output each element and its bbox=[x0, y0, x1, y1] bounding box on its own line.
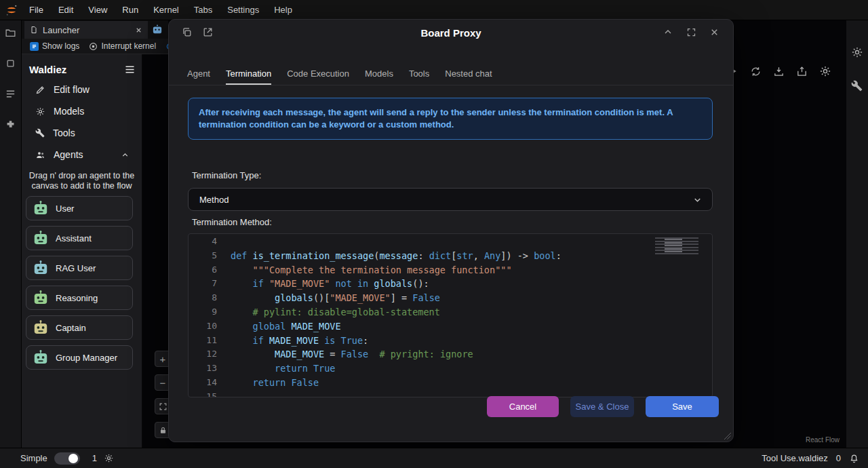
agent-label: User bbox=[56, 203, 74, 214]
agent-card-rag-user[interactable]: RAG User bbox=[26, 256, 133, 280]
menu-item-tabs[interactable]: Tabs bbox=[186, 0, 220, 20]
chevron-up-icon[interactable] bbox=[121, 151, 130, 159]
gear-icon[interactable] bbox=[104, 453, 114, 463]
status-bar-right: Tool Use.waldiez 0 bbox=[762, 453, 859, 463]
export-share-icon[interactable] bbox=[796, 65, 808, 77]
sidebar-item-label: Agents bbox=[54, 149, 83, 160]
line-number: 15 bbox=[189, 390, 217, 397]
running-kernels-icon[interactable] bbox=[5, 58, 16, 69]
fullscreen-icon[interactable] bbox=[686, 26, 696, 37]
show-logs-button[interactable]: Show logs bbox=[30, 41, 79, 51]
sync-icon[interactable] bbox=[750, 65, 762, 77]
sidebar-item-models[interactable]: Models bbox=[22, 100, 142, 122]
selected-value: Method bbox=[199, 195, 692, 205]
modal-title: Board Proxy bbox=[169, 27, 733, 39]
code-line-6: 6 """Complete the termination message fu… bbox=[189, 263, 712, 277]
resize-handle[interactable] bbox=[724, 432, 731, 440]
code-line-13: 13 return True bbox=[189, 362, 712, 376]
line-number: 10 bbox=[189, 319, 217, 334]
sidebar-item-agents[interactable]: Agents bbox=[22, 144, 142, 165]
agent-label: RAG User bbox=[56, 263, 96, 273]
code-text: if MADE_MOVE is True: bbox=[217, 334, 368, 348]
menu-item-edit[interactable]: Edit bbox=[51, 0, 81, 20]
line-number: 7 bbox=[189, 277, 217, 291]
jupyter-logo-icon bbox=[4, 3, 19, 18]
code-text: """Complete the termination message func… bbox=[217, 263, 512, 277]
agent-card-user[interactable]: User bbox=[26, 196, 133, 220]
robot-icon bbox=[151, 24, 163, 36]
tab-launcher[interactable]: Launcher bbox=[24, 21, 148, 39]
interrupt-kernel-label: Interrupt kernel bbox=[101, 41, 156, 51]
tab-waldiez-flow[interactable] bbox=[148, 21, 167, 39]
folder-icon[interactable] bbox=[5, 27, 16, 39]
robot-avatar-icon bbox=[32, 349, 50, 366]
line-number: 13 bbox=[189, 362, 217, 376]
menu-item-run[interactable]: Run bbox=[115, 0, 146, 20]
menu-bar: FileEditViewRunKernelTabsSettingsHelp bbox=[0, 0, 868, 20]
code-text: return False bbox=[217, 376, 319, 390]
tab-models[interactable]: Models bbox=[365, 69, 393, 85]
mode-label: Simple bbox=[20, 453, 47, 463]
menu-item-view[interactable]: View bbox=[81, 0, 115, 20]
settings-gear-icon[interactable] bbox=[819, 65, 831, 77]
item-count: 1 bbox=[92, 453, 97, 463]
sidebar-item-label: Models bbox=[54, 106, 84, 117]
sidebar-item-label: Tools bbox=[53, 128, 75, 138]
close-icon[interactable] bbox=[709, 26, 719, 37]
agent-card-assistant[interactable]: Assistant bbox=[26, 226, 133, 250]
menu-item-help[interactable]: Help bbox=[267, 0, 300, 20]
minimap-highlight bbox=[665, 239, 682, 254]
copy-icon[interactable] bbox=[181, 26, 193, 38]
import-icon[interactable] bbox=[773, 65, 785, 77]
extensions-puzzle-icon[interactable] bbox=[5, 119, 16, 131]
tab-agent[interactable]: Agent bbox=[187, 69, 210, 85]
agent-card-captain[interactable]: Captain bbox=[26, 315, 133, 340]
tab-tools[interactable]: Tools bbox=[409, 69, 429, 85]
menu-item-settings[interactable]: Settings bbox=[220, 0, 267, 20]
menu-item-file[interactable]: File bbox=[22, 0, 51, 20]
code-line-4: 4 bbox=[189, 235, 712, 249]
collapse-chevron-icon[interactable] bbox=[663, 26, 673, 37]
save-and-close-button[interactable]: Save & Close bbox=[570, 396, 634, 417]
divider bbox=[169, 85, 733, 85]
agent-card-group-manager[interactable]: Group Manager bbox=[26, 345, 133, 370]
code-text bbox=[217, 390, 236, 397]
sidebar-item-edit-flow[interactable]: Edit flow bbox=[22, 79, 142, 100]
interrupt-kernel-button[interactable]: Interrupt kernel bbox=[89, 41, 156, 51]
code-text: if "MADE_MOVE" not in globals(): bbox=[217, 277, 429, 291]
code-editor[interactable]: 4 5def is_termination_message(message: d… bbox=[188, 233, 713, 397]
code-text: MADE_MOVE = False # pyright: ignore bbox=[217, 347, 473, 362]
save-button[interactable]: Save bbox=[646, 396, 719, 417]
gear-icon[interactable] bbox=[851, 46, 863, 58]
canvas-toolbar bbox=[728, 65, 831, 77]
export-icon[interactable] bbox=[202, 26, 214, 38]
tab-bar: Launcher bbox=[22, 20, 168, 39]
robot-avatar-icon bbox=[32, 319, 50, 336]
code-line-10: 10 global MADE_MOVE bbox=[189, 319, 712, 334]
termination-type-select[interactable]: Method bbox=[188, 188, 713, 211]
cancel-button[interactable]: Cancel bbox=[487, 396, 559, 417]
sidebar-item-tools[interactable]: Tools bbox=[22, 122, 142, 144]
tab-label: Launcher bbox=[43, 25, 130, 35]
show-logs-label: Show logs bbox=[42, 41, 79, 51]
line-number: 8 bbox=[189, 291, 217, 305]
code-text: return True bbox=[217, 362, 335, 376]
code-line-8: 8 globals()["MADE_MOVE"] = False bbox=[189, 291, 712, 305]
bell-icon[interactable] bbox=[849, 453, 859, 463]
agent-label: Assistant bbox=[56, 233, 92, 243]
status-bar: Simple 1 Tool Use.waldiez 0 bbox=[0, 448, 868, 468]
close-icon[interactable] bbox=[135, 26, 142, 34]
menu-item-kernel[interactable]: Kernel bbox=[146, 0, 186, 20]
activity-bar bbox=[0, 20, 22, 448]
simple-mode-toggle[interactable] bbox=[54, 452, 80, 465]
tab-nested-chat[interactable]: Nested chat bbox=[445, 69, 492, 85]
tab-code-execution[interactable]: Code Execution bbox=[287, 69, 349, 85]
table-of-contents-icon[interactable] bbox=[5, 88, 16, 100]
tab-termination[interactable]: Termination bbox=[226, 69, 271, 85]
wrench-icon[interactable] bbox=[851, 80, 863, 92]
kernel-toolbar: Show logs Interrupt kernel R bbox=[22, 39, 168, 54]
agent-card-reasoning[interactable]: Reasoning bbox=[26, 286, 133, 310]
document-icon bbox=[30, 26, 38, 34]
stop-circle-icon bbox=[89, 42, 98, 51]
hamburger-menu-icon[interactable] bbox=[124, 64, 136, 75]
